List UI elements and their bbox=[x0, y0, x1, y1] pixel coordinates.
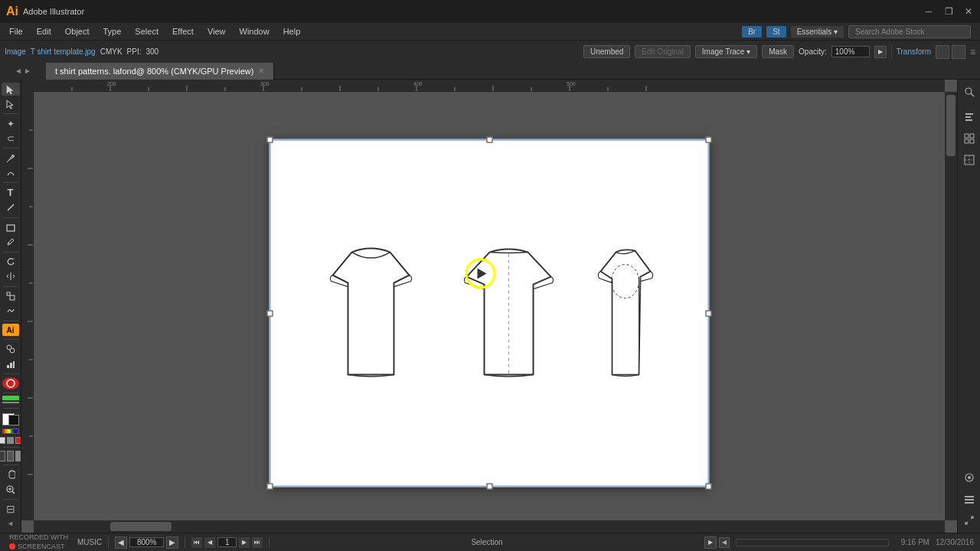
zoom-btn-next[interactable]: ▶ bbox=[166, 536, 178, 549]
menu-view[interactable]: View bbox=[201, 25, 232, 37]
menu-type[interactable]: Type bbox=[97, 25, 128, 37]
pencil-tool[interactable] bbox=[2, 235, 20, 248]
type-tool[interactable]: T bbox=[2, 186, 20, 199]
scrollbar-thumb-v[interactable] bbox=[946, 95, 956, 156]
bridge-btn[interactable]: Br bbox=[742, 26, 762, 37]
edit-original-button[interactable]: Edit Original bbox=[635, 45, 690, 58]
background-color[interactable] bbox=[8, 415, 19, 425]
slider-indicator[interactable] bbox=[2, 402, 19, 403]
tab-close-btn[interactable]: ✕ bbox=[258, 67, 264, 75]
mask-button[interactable]: Mask bbox=[762, 45, 794, 58]
prop-panel-toggle[interactable]: ≡ bbox=[970, 47, 975, 57]
restore-button[interactable]: ❐ bbox=[943, 6, 954, 17]
eyedropper-right-btn[interactable] bbox=[960, 468, 978, 487]
tool-sep-6 bbox=[3, 286, 18, 287]
stock-btn[interactable]: St bbox=[766, 26, 786, 37]
handle-br[interactable] bbox=[706, 484, 712, 490]
warp-tool[interactable] bbox=[2, 305, 20, 318]
search-stock-input[interactable]: Search Adobe Stock bbox=[848, 25, 971, 38]
handle-bc[interactable] bbox=[486, 484, 492, 490]
pen-tool[interactable] bbox=[2, 152, 20, 165]
menu-effect[interactable]: Effect bbox=[166, 25, 200, 37]
unembed-button[interactable]: Unembed bbox=[583, 45, 630, 58]
menu-help[interactable]: Help bbox=[277, 25, 307, 37]
grid-right-btn[interactable] bbox=[960, 129, 978, 148]
menu-select[interactable]: Select bbox=[129, 25, 165, 37]
handle-mr[interactable] bbox=[706, 310, 712, 316]
tool-sep-5 bbox=[3, 252, 18, 253]
minimize-button[interactable]: ─ bbox=[923, 6, 934, 17]
color-gradient[interactable] bbox=[2, 429, 19, 435]
reflect-tool[interactable] bbox=[2, 269, 20, 282]
resize-right-btn[interactable] bbox=[960, 511, 978, 530]
handle-tl[interactable] bbox=[267, 137, 273, 143]
transform-label[interactable]: Transform bbox=[897, 47, 931, 56]
panel-arrow[interactable]: ◄ bbox=[15, 67, 22, 75]
play-btn[interactable]: ▶ bbox=[704, 536, 717, 549]
transform-btn[interactable] bbox=[952, 45, 965, 59]
collapse-left-btn[interactable]: ◄ bbox=[2, 517, 20, 530]
curvature-tool[interactable] bbox=[2, 166, 20, 179]
panel-arrow2[interactable]: ► bbox=[24, 67, 31, 75]
svg-point-6 bbox=[10, 348, 15, 353]
image-label[interactable]: Image bbox=[5, 47, 26, 56]
rotate-tool[interactable] bbox=[2, 255, 20, 268]
opacity-input[interactable] bbox=[831, 46, 870, 57]
canvas-scrollbar-horizontal[interactable] bbox=[34, 520, 945, 533]
titlebar-controls[interactable]: ─ ❐ ✕ bbox=[923, 6, 974, 17]
menu-file[interactable]: File bbox=[3, 25, 29, 37]
green-indicator bbox=[2, 396, 19, 400]
color-mode-red[interactable] bbox=[15, 437, 21, 444]
image-trace-button[interactable]: Image Trace ▾ bbox=[695, 45, 757, 58]
direct-selection-tool[interactable] bbox=[2, 97, 20, 110]
handle-tr[interactable] bbox=[706, 137, 712, 143]
shape-builder-tool[interactable] bbox=[2, 343, 20, 356]
collapse-btn[interactable]: ◀ bbox=[719, 537, 730, 548]
symbol-btn2[interactable] bbox=[7, 451, 14, 461]
graph-tool[interactable] bbox=[2, 357, 20, 370]
opacity-more-btn[interactable]: ▶ bbox=[874, 46, 887, 58]
selection-tool[interactable] bbox=[2, 83, 20, 96]
scale-tool[interactable] bbox=[2, 289, 20, 302]
svg-rect-9 bbox=[13, 361, 15, 368]
transform-right-btn[interactable] bbox=[960, 151, 978, 169]
transport-controls: ⏮ ◀ ▶ ⏭ bbox=[191, 537, 263, 548]
color-mode-white[interactable] bbox=[0, 437, 5, 444]
transport-end[interactable]: ⏭ bbox=[252, 537, 263, 548]
line-tool[interactable] bbox=[2, 201, 20, 214]
menu-window[interactable]: Window bbox=[234, 25, 276, 37]
lasso-tool[interactable]: ⊂ bbox=[2, 132, 20, 145]
layers-right-btn[interactable] bbox=[960, 490, 978, 508]
handle-ml[interactable] bbox=[267, 310, 273, 316]
hand-tool[interactable] bbox=[2, 468, 20, 481]
transport-next[interactable]: ▶ bbox=[239, 537, 250, 548]
handle-tc[interactable] bbox=[486, 137, 492, 143]
magic-wand-tool[interactable]: ✦ bbox=[2, 117, 20, 130]
menu-object[interactable]: Object bbox=[59, 25, 96, 37]
svg-rect-4 bbox=[7, 292, 10, 295]
transport-start[interactable]: ⏮ bbox=[191, 537, 202, 548]
search-right-btn[interactable] bbox=[960, 83, 978, 101]
color-mode-gray[interactable] bbox=[7, 437, 14, 444]
symbol-btn3[interactable] bbox=[15, 451, 21, 461]
align-btn[interactable] bbox=[936, 45, 949, 59]
align-right-btn[interactable] bbox=[960, 108, 978, 126]
artboard-tool[interactable] bbox=[2, 377, 19, 390]
svg-text:400: 400 bbox=[413, 81, 423, 86]
canvas-scrollbar-vertical[interactable] bbox=[945, 92, 957, 520]
tool-sep-8 bbox=[3, 339, 18, 340]
zoom-tool[interactable] bbox=[2, 483, 20, 496]
document-tab[interactable]: t shirt patterns. lafond@ 800% (CMYK/GPU… bbox=[46, 63, 274, 80]
workspace-btn[interactable]: Essentials ▾ bbox=[791, 26, 844, 37]
rect-tool[interactable] bbox=[2, 220, 20, 233]
symbol-btn1[interactable] bbox=[0, 451, 5, 461]
menu-edit[interactable]: Edit bbox=[31, 25, 57, 37]
transport-prev[interactable]: ◀ bbox=[204, 537, 215, 548]
artboard-number-input[interactable] bbox=[217, 537, 237, 547]
handle-bl[interactable] bbox=[267, 484, 273, 490]
scrollbar-thumb-h[interactable] bbox=[110, 522, 172, 531]
zoom-input[interactable] bbox=[129, 537, 164, 547]
close-button[interactable]: ✕ bbox=[963, 6, 974, 17]
zoom-btn-prev[interactable]: ◀ bbox=[115, 536, 127, 549]
tool-options-btn[interactable]: ⊟ bbox=[6, 503, 15, 515]
